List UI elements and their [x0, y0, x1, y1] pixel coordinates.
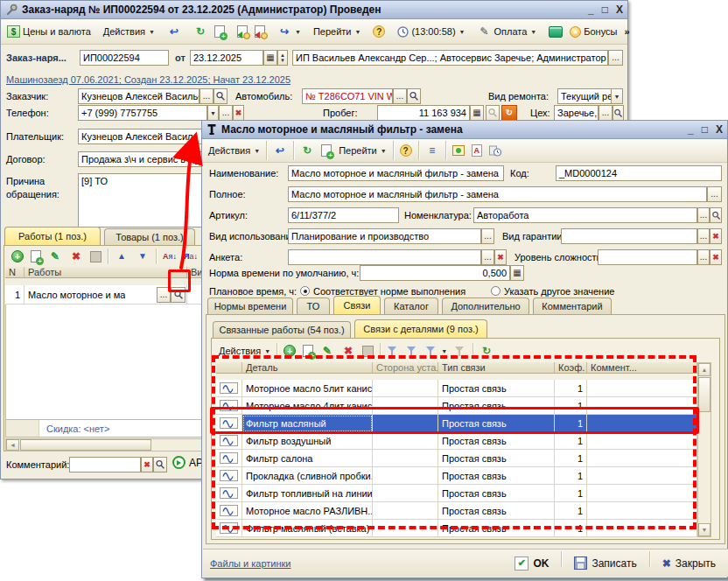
files-pictures-link[interactable]: Файлы и картинки	[210, 558, 290, 569]
tab-time-norms[interactable]: Нормы времени	[207, 298, 293, 314]
bonuses-button[interactable]: ★Бонусы	[567, 25, 620, 38]
links-filter-button[interactable]	[384, 345, 402, 358]
phone-clear-button[interactable]: ✖	[233, 105, 244, 121]
table-row[interactable]: Фильтр салона Простая связь 1	[216, 450, 697, 467]
minimize-button[interactable]: _	[588, 4, 594, 16]
shop-ellipsis-button[interactable]: ...	[598, 105, 612, 121]
comment-field[interactable]	[69, 457, 141, 472]
cash-register-button[interactable]	[546, 25, 565, 38]
works-sort-desc-button[interactable]: Яа↓	[181, 249, 200, 264]
nomenclature-field[interactable]: Авторабота	[473, 207, 697, 223]
modal-titlebar[interactable]: Масло моторное и масляный фильтр - замен…	[202, 121, 727, 139]
form-clear-button[interactable]: ✖	[494, 249, 507, 265]
work-open-button[interactable]	[171, 287, 186, 303]
links-filter-settings-button[interactable]	[403, 345, 421, 358]
links-add-button[interactable]: +	[281, 344, 298, 358]
phone-ellipsis-button[interactable]: ...	[219, 105, 233, 121]
table-row[interactable]: Моторное масло 5лит канис... Простая свя…	[216, 380, 697, 397]
modal-pictures-button[interactable]	[450, 144, 467, 157]
car-field[interactable]: № Т286СО71 VIN W	[302, 88, 393, 104]
order-number-field[interactable]: ИП00022594	[80, 50, 169, 66]
repair-type-select[interactable]: Текущий ремонт	[557, 88, 612, 104]
works-move-up-button[interactable]: ▲	[112, 249, 131, 264]
tab-links[interactable]: Связи	[333, 296, 381, 314]
comment-open-button[interactable]	[153, 457, 167, 472]
links-vscrollbar[interactable]: ▲ ▼	[697, 362, 711, 537]
norm-calc-button[interactable]: ▦	[510, 265, 524, 281]
order-date-field[interactable]: 23.12.2025	[190, 50, 263, 66]
modal-refresh-button[interactable]: ↻	[298, 144, 317, 158]
customer-field[interactable]: Кузнецов Алексей Васильевич	[78, 88, 200, 104]
links-actions-menu-button[interactable]: Действия▼	[216, 345, 273, 357]
norm-time-field[interactable]: 0,500	[360, 265, 510, 281]
plan-radio-other[interactable]	[491, 286, 500, 296]
works-edit-button[interactable]: ✎	[46, 249, 65, 264]
hscroll-thumb[interactable]	[20, 439, 151, 451]
warranty-clear-button[interactable]: ✖	[710, 228, 722, 244]
close-button[interactable]: X	[616, 4, 623, 16]
modal-post-button[interactable]: ↩	[270, 144, 290, 158]
payment-out-button[interactable]	[252, 24, 268, 38]
org-field[interactable]: ИП Васильев Александр Сер...; Автосервис…	[292, 50, 608, 66]
ok-button[interactable]: ✔ OK	[509, 555, 554, 572]
customer-ellipsis-button[interactable]: ...	[200, 88, 214, 104]
links-edit-button[interactable]: ✎	[318, 344, 337, 359]
post-document-button[interactable]: ↩	[164, 24, 184, 39]
help-button[interactable]: ?	[370, 24, 388, 38]
scroll-left-icon[interactable]: ◄	[6, 439, 19, 451]
org-ellipsis-button[interactable]: ...	[608, 50, 623, 66]
tab-works[interactable]: Работы (1 поз.)	[4, 227, 101, 245]
shop-field[interactable]: Заречье, Осно	[554, 105, 598, 121]
tab-to[interactable]: ТО	[297, 298, 330, 314]
time-button[interactable]: (13:00:58)▼	[395, 25, 467, 38]
works-delete-button[interactable]: ✖	[66, 249, 86, 264]
modal-close-button[interactable]: X	[716, 123, 723, 136]
difficulty-clear-button[interactable]: ✖	[710, 249, 722, 265]
modal-help-button[interactable]: ?	[397, 144, 415, 158]
goto-menu-button[interactable]: Перейти▼	[311, 25, 364, 38]
payment-in-button[interactable]	[234, 24, 250, 38]
modal-goto-menu-button[interactable]: Перейти▼	[336, 144, 389, 157]
article-field[interactable]: 6/11/377/2	[288, 207, 399, 223]
nomenclature-ellipsis-button[interactable]: ...	[697, 207, 710, 223]
order-window-titlebar[interactable]: Заказ-наряд № ИП00022594 от 23.12.2025 (…	[1, 1, 627, 19]
subtab-linked-works[interactable]: Связанные работы (54 поз.)	[213, 321, 351, 338]
customer-open-button[interactable]	[214, 88, 228, 104]
subtab-detail-links[interactable]: Связи с деталями (9 поз.)	[354, 319, 487, 338]
scroll-up-icon[interactable]: ▲	[698, 363, 710, 376]
usage-field[interactable]: Планирование и производство	[288, 228, 481, 244]
maximize-button[interactable]: □	[602, 4, 608, 16]
modal-history-button[interactable]	[486, 144, 504, 158]
mileage-field[interactable]: 11 163 934	[377, 105, 470, 121]
reason-field[interactable]: [9] ТО	[78, 173, 221, 228]
nomenclature-open-button[interactable]	[710, 207, 722, 223]
date-spinner[interactable]: ▲▼	[277, 50, 288, 66]
works-add-button[interactable]: +	[9, 249, 26, 263]
difficulty-ellipsis-button[interactable]: ...	[697, 249, 710, 265]
table-row[interactable]: Моторное масло 4лит канис... Простая свя…	[216, 397, 697, 415]
payment-button[interactable]: ✎Оплата▼	[475, 24, 540, 39]
contract-field[interactable]: Продажа з\ч и сервис в Руб	[78, 151, 221, 167]
plan-radio-norm[interactable]	[300, 286, 310, 296]
modal-structure-button[interactable]: ≡	[423, 144, 442, 158]
mileage-refresh-button[interactable]: ↻	[501, 105, 517, 121]
scroll-down-icon[interactable]: ▼	[698, 523, 710, 536]
modal-minimize-button[interactable]: _	[688, 123, 694, 136]
send-button[interactable]: ↪▼	[275, 24, 304, 39]
form-ellipsis-button[interactable]: ...	[481, 249, 494, 265]
close-modal-button[interactable]: ✖ Закрыть	[657, 556, 721, 571]
comment-clear-button[interactable]: ✖	[141, 457, 153, 472]
vscroll-thumb[interactable]	[698, 377, 710, 412]
calendar-button[interactable]: ▦	[263, 50, 277, 66]
plan-radio-other-label[interactable]: Указать другое значение	[504, 286, 614, 297]
table-row[interactable]: Фильтр топливный на линии Простая связь …	[216, 485, 697, 502]
save-button[interactable]: Записать	[569, 555, 641, 571]
visit-info-link[interactable]: Машинозаезд 07.06.2021; Создан 23.12.202…	[6, 74, 290, 85]
modal-actions-menu-button[interactable]: Действия▼	[206, 144, 262, 157]
copy-button[interactable]: +	[212, 24, 228, 38]
works-move-down-button[interactable]: ▼	[133, 249, 152, 264]
car-ellipsis-button[interactable]: ...	[393, 88, 407, 104]
links-filter-by-value-button[interactable]: ▼	[423, 345, 450, 358]
mileage-calendar-button[interactable]: ▦	[470, 105, 484, 121]
tab-goods[interactable]: Товары (1 поз.)	[104, 228, 195, 245]
